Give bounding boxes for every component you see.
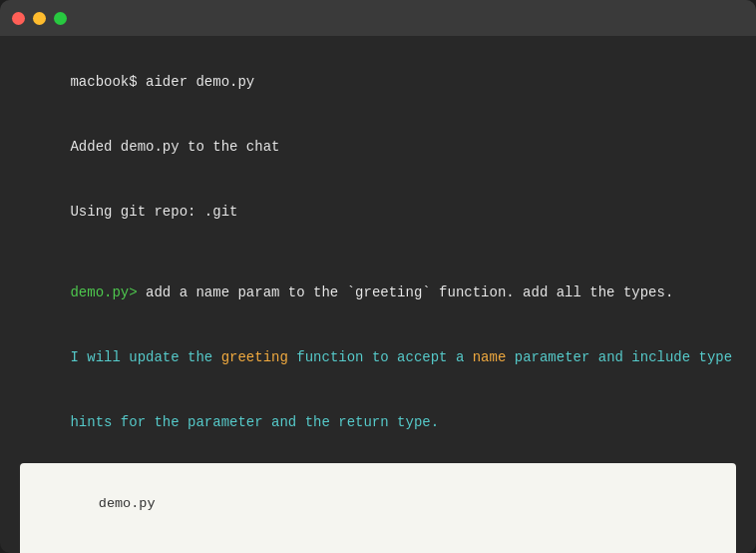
greeting-word: greeting (221, 349, 288, 365)
command-prefix: demo.py> (70, 284, 137, 300)
terminal-window: macbook$ aider demo.py Added demo.py to … (0, 0, 756, 553)
response-mid: function to accept a (288, 349, 473, 365)
minimize-button[interactable] (33, 12, 46, 25)
using-git-line: Using git repo: .git (20, 180, 736, 245)
traffic-lights (12, 12, 67, 25)
using-git-text: Using git repo: .git (70, 204, 237, 220)
response-line1: I will update the greeting function to a… (20, 325, 736, 390)
terminal-content: macbook$ aider demo.py Added demo.py to … (0, 36, 756, 553)
user-command-line: demo.py> add a name param to the `greeti… (20, 261, 736, 325)
code-filename: demo.py (99, 496, 156, 511)
response-text2: hints for the parameter and the return t… (70, 414, 439, 430)
response-end: parameter and include type (506, 349, 732, 365)
added-text: Added demo.py to the chat (70, 139, 279, 155)
code-orig-marker-line: <<<<<<< ORIGINAL (34, 536, 722, 553)
title-bar (0, 0, 756, 36)
name-word: name (473, 349, 507, 365)
maximize-button[interactable] (54, 12, 67, 25)
response-line2: hints for the parameter and the return t… (20, 390, 736, 455)
shell-prompt-text: macbook$ aider demo.py (70, 74, 254, 90)
response-prefix: I will update the (70, 349, 220, 365)
code-block: demo.py <<<<<<< ORIGINAL def greeting():… (20, 463, 736, 553)
code-filename-line: demo.py (34, 473, 722, 536)
added-line: Added demo.py to the chat (20, 115, 736, 180)
command-text: add a name param to the `greeting` funct… (138, 284, 674, 300)
close-button[interactable] (12, 12, 25, 25)
shell-prompt-line: macbook$ aider demo.py (20, 50, 736, 115)
